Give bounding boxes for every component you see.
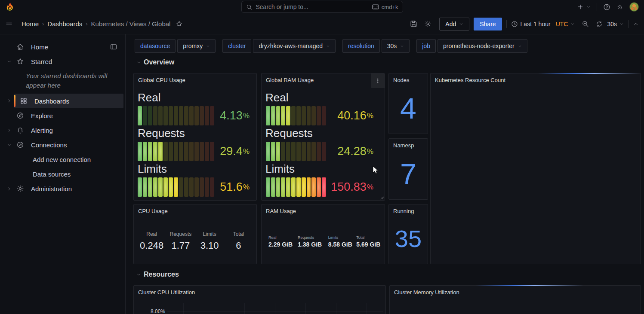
- gauge-bars: [266, 177, 326, 197]
- search-input[interactable]: [256, 3, 369, 10]
- variable-value-dropdown[interactable]: promxy: [177, 39, 216, 53]
- grafana-logo-icon[interactable]: [5, 2, 15, 12]
- new-menu-button[interactable]: [577, 3, 591, 10]
- chevron-down-icon[interactable]: [3, 59, 15, 64]
- nodes-stat-value: 4: [389, 86, 428, 130]
- section-resources[interactable]: Resources: [136, 271, 179, 278]
- variable-label: datasource: [135, 39, 176, 53]
- star-dashboard-icon[interactable]: [176, 20, 183, 27]
- collapse-toolbar-icon[interactable]: [633, 21, 639, 27]
- sidebar-item-alerting[interactable]: Alerting: [0, 123, 123, 137]
- stat-value: 5.69 GiB: [356, 241, 381, 248]
- panel-ram-usage[interactable]: RAM Usage Real 2.29 GiB Requests 1.38 Gi…: [261, 204, 385, 264]
- dock-menu-icon[interactable]: [110, 43, 117, 51]
- section-title: Overview: [144, 58, 174, 66]
- chevron-right-icon[interactable]: [3, 98, 15, 103]
- dashboard-settings-icon[interactable]: [424, 20, 431, 27]
- variable-value: dryzhkov-aws-managed: [259, 43, 323, 49]
- gauge-cell: [322, 106, 326, 125]
- sidebar-item-dashboards[interactable]: Dashboards: [14, 94, 123, 108]
- panel-resize-handle[interactable]: [380, 196, 384, 199]
- panel-global-cpu-usage[interactable]: Global CPU Usage Real4.13%Requests29.4%L…: [133, 73, 257, 201]
- refresh-icon[interactable]: [596, 21, 603, 27]
- gauge-value-unit: %: [367, 183, 373, 192]
- chevron-right-icon[interactable]: [3, 186, 15, 191]
- dashboards-icon: [18, 97, 29, 105]
- gauge-value-number: 4.13: [220, 109, 243, 122]
- panel-menu-button[interactable]: [371, 73, 385, 88]
- gauge-cell: [153, 106, 157, 125]
- panel-global-ram-usage[interactable]: Global RAM Usage Real40.16%Requests24.28…: [261, 73, 385, 201]
- variable-label: resolution: [342, 39, 380, 53]
- gauge-value-unit: %: [243, 183, 250, 192]
- y-axis-tick: 8.00%: [151, 308, 165, 314]
- gauge-cell: [179, 177, 183, 197]
- panel-nodes[interactable]: Nodes 4: [388, 73, 428, 134]
- time-range-picker[interactable]: Last 1 hour UTC: [511, 21, 575, 27]
- sidebar-item-starred[interactable]: Starred: [0, 54, 123, 69]
- help-icon[interactable]: [603, 3, 610, 11]
- breadcrumb-home[interactable]: Home: [22, 20, 39, 27]
- global-search[interactable]: cmd+k: [241, 1, 403, 13]
- user-avatar[interactable]: [629, 2, 639, 12]
- breadcrumb-dashboards[interactable]: Dashboards: [47, 20, 82, 27]
- refresh-interval-picker[interactable]: 30s: [607, 21, 624, 27]
- gauge-cell: [200, 142, 204, 161]
- panel-cluster-memory-utilization[interactable]: Cluster Memory Utilization: [389, 285, 641, 314]
- share-label: Share: [480, 21, 496, 27]
- stat-limits: Limits 3.10: [195, 231, 224, 251]
- administration-gear-icon: [15, 185, 26, 192]
- gauge-value-number: 24.28: [337, 145, 367, 158]
- gauge-cell: [271, 106, 275, 125]
- add-panel-button[interactable]: Add: [439, 18, 469, 30]
- save-dashboard-icon[interactable]: [410, 20, 417, 27]
- news-rss-icon[interactable]: [616, 3, 623, 10]
- chevron-down-icon[interactable]: [3, 143, 15, 147]
- gauge-value-unit: %: [243, 147, 250, 156]
- sidebar-item-home[interactable]: Home: [0, 40, 123, 54]
- sidebar-item-add-new-connection[interactable]: Add new connection: [0, 152, 123, 167]
- panel-namespaces[interactable]: Namesp 7: [388, 138, 428, 200]
- keyboard-icon: [372, 4, 379, 9]
- zoom-out-time-icon[interactable]: [582, 20, 589, 27]
- gridline: [336, 303, 336, 314]
- gauge-cell: [153, 142, 157, 161]
- gauge-bars: [138, 106, 214, 125]
- panel-running[interactable]: Running 35: [388, 204, 428, 264]
- gauge-row-label: Requests: [265, 127, 313, 140]
- namespaces-stat-value: 7: [389, 152, 428, 196]
- mega-menu-toggle-icon[interactable]: [5, 20, 13, 28]
- starred-empty-note: Your starred dashboards will appear here: [0, 69, 125, 94]
- panel-loading-indicator: [476, 285, 583, 286]
- sidebar-item-explore[interactable]: Explore: [0, 108, 123, 123]
- stat-value: 1.38 GiB: [298, 241, 328, 248]
- sidebar-item-administration[interactable]: Administration: [0, 181, 123, 196]
- sidebar-item-data-sources[interactable]: Data sources: [0, 167, 123, 181]
- stat-label: Requests: [166, 231, 195, 237]
- variable-value-dropdown[interactable]: 30s: [382, 39, 410, 53]
- breadcrumb-separator: ›: [86, 21, 87, 27]
- section-overview[interactable]: Overview: [136, 58, 174, 66]
- sidebar-item-label: Starred: [31, 58, 52, 65]
- panel-cpu-usage[interactable]: CPU Usage Real 0.248 Requests 1.77 Limit…: [133, 204, 257, 264]
- gauge-cell: [200, 106, 204, 125]
- variable-value-dropdown[interactable]: prometheus-node-exporter: [438, 39, 527, 53]
- gauge-cell: [291, 106, 296, 125]
- gridline: [244, 303, 245, 314]
- gauge-cell: [169, 142, 173, 161]
- share-button[interactable]: Share: [474, 18, 502, 30]
- gauge-value-number: 150.83: [331, 180, 367, 194]
- gauge-cell: [281, 106, 285, 125]
- dashboard-canvas: datasource promxy cluster dryzhkov-aws-m…: [126, 34, 644, 314]
- sidebar-item-label: Data sources: [33, 171, 71, 178]
- chevron-down-icon: [518, 44, 522, 48]
- gauge-cell: [317, 142, 321, 161]
- variable-value: promxy: [183, 43, 203, 49]
- variable-value-dropdown[interactable]: dryzhkov-aws-managed: [253, 39, 336, 53]
- sidebar-item-connections[interactable]: Connections: [0, 137, 123, 152]
- gauge-cell: [158, 106, 163, 125]
- panel-cluster-cpu-utilization[interactable]: Cluster CPU Utilization 8.00%: [133, 285, 386, 314]
- chevron-right-icon[interactable]: [3, 128, 15, 133]
- refresh-interval-label: 30s: [607, 21, 617, 27]
- panel-kubernetes-resource-count[interactable]: Kubernetes Resource Count: [430, 73, 641, 264]
